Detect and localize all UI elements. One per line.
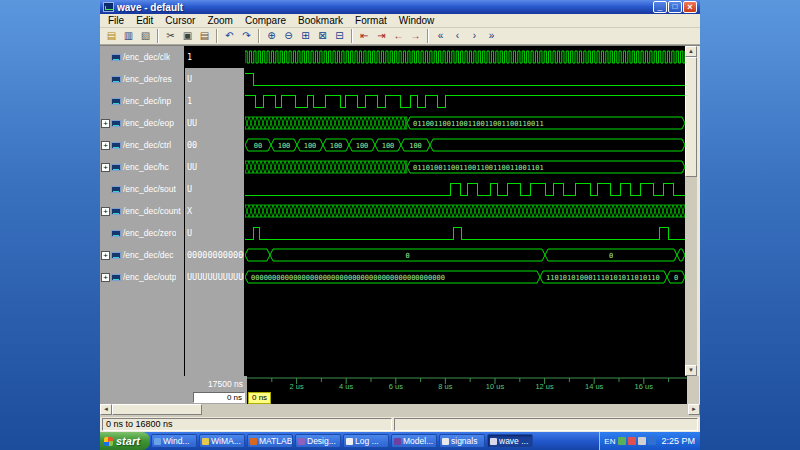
- paste-icon[interactable]: ▤: [196, 28, 213, 44]
- find-next-transition-icon[interactable]: ⇥: [373, 28, 390, 44]
- start-button[interactable]: start: [100, 432, 150, 450]
- scroll-left-icon[interactable]: ◄: [100, 404, 112, 415]
- signal-value[interactable]: U: [185, 178, 244, 200]
- cursor-track[interactable]: 0 ns: [247, 391, 687, 404]
- redo-icon[interactable]: ↷: [238, 28, 255, 44]
- zoom-in-icon[interactable]: ⊕: [263, 28, 280, 44]
- taskbar-task[interactable]: Desig...: [295, 434, 341, 448]
- tray-icon[interactable]: [648, 437, 656, 445]
- signal-icon: [111, 120, 121, 127]
- signal-row[interactable]: +/enc_dec/hc: [100, 156, 184, 178]
- svg-text:12 us: 12 us: [535, 382, 554, 391]
- expand-icon[interactable]: +: [101, 163, 110, 172]
- language-indicator[interactable]: EN: [604, 437, 615, 446]
- signal-row[interactable]: +/enc_dec/zero: [100, 222, 184, 244]
- signal-value[interactable]: 00: [185, 134, 244, 156]
- system-tray: EN 2:25 PM: [599, 432, 700, 450]
- signal-row[interactable]: +/enc_dec/sout: [100, 178, 184, 200]
- zoom-area-icon[interactable]: ⊞: [297, 28, 314, 44]
- menu-zoom[interactable]: Zoom: [201, 15, 239, 26]
- undo-icon[interactable]: ↶: [221, 28, 238, 44]
- cut-icon[interactable]: ✂: [162, 28, 179, 44]
- signal-row[interactable]: +/enc_dec/ctrl: [100, 134, 184, 156]
- signal-value[interactable]: U: [185, 222, 244, 244]
- signal-value[interactable]: UU: [185, 112, 244, 134]
- task-label: WiMA...: [211, 436, 241, 446]
- open-icon[interactable]: ▤: [103, 28, 120, 44]
- taskbar-task[interactable]: WiMA...: [199, 434, 245, 448]
- scroll-down-icon[interactable]: ▼: [685, 365, 697, 376]
- expand-icon[interactable]: +: [101, 141, 110, 150]
- horizontal-scrollbar[interactable]: ◄ ►: [100, 404, 700, 417]
- taskbar-task[interactable]: wave ...: [487, 434, 533, 448]
- signal-values-pane[interactable]: 1U1UU00UUUXU0000000000000000UUUUUUUUUUUU…: [185, 46, 245, 376]
- hscroll-thumb[interactable]: [112, 404, 202, 415]
- zoom-range-icon[interactable]: ⊟: [331, 28, 348, 44]
- svg-text:011010011001100110011001100110: 0110100110011001100110011001101: [413, 164, 544, 172]
- scroll-up-icon[interactable]: ▲: [685, 46, 697, 57]
- tray-icon[interactable]: [628, 437, 636, 445]
- print-icon[interactable]: ▧: [137, 28, 154, 44]
- signal-row[interactable]: +/enc_dec/eop: [100, 112, 184, 134]
- signal-value[interactable]: UU: [185, 156, 244, 178]
- cursor-time-cell[interactable]: 0 ns: [100, 391, 247, 404]
- find-prev-edge-icon[interactable]: ←: [390, 28, 407, 44]
- taskbar-task[interactable]: MATLAB: [247, 434, 293, 448]
- close-button[interactable]: ×: [683, 1, 697, 13]
- menu-file[interactable]: File: [102, 15, 130, 26]
- signal-row[interactable]: +/enc_dec/outp: [100, 266, 184, 288]
- signal-value[interactable]: UUUUUUUUUUUUUUUU: [185, 266, 244, 288]
- expand-icon[interactable]: +: [101, 251, 110, 260]
- goto-next-icon[interactable]: ›: [466, 28, 483, 44]
- signal-row[interactable]: +/enc_dec/dec: [100, 244, 184, 266]
- maximize-button[interactable]: □: [668, 1, 682, 13]
- signal-row[interactable]: +/enc_dec/count: [100, 200, 184, 222]
- svg-text:00: 00: [254, 142, 262, 150]
- signal-value[interactable]: 1: [185, 90, 244, 112]
- zoom-out-icon[interactable]: ⊖: [280, 28, 297, 44]
- vscroll-thumb[interactable]: [685, 57, 697, 177]
- expand-icon[interactable]: +: [101, 273, 110, 282]
- cursor-flag[interactable]: 0 ns: [248, 392, 271, 404]
- timeline-ruler[interactable]: 2 us4 us6 us8 us10 us12 us14 us16 us: [247, 376, 687, 391]
- taskbar-task[interactable]: signals: [439, 434, 485, 448]
- waveform-canvas[interactable]: 0110011001100110011001100110011001001001…: [245, 46, 685, 376]
- menu-bookmark[interactable]: Bookmark: [292, 15, 349, 26]
- expand-icon[interactable]: +: [101, 207, 110, 216]
- taskbar-task[interactable]: Model...: [391, 434, 437, 448]
- taskbar-task[interactable]: Wind...: [151, 434, 197, 448]
- cursor-time-box[interactable]: 0 ns: [193, 392, 245, 403]
- signal-value[interactable]: U: [185, 68, 244, 90]
- vertical-scrollbar[interactable]: ▲ ▼: [685, 46, 697, 376]
- minimize-button[interactable]: _: [653, 1, 667, 13]
- signal-value[interactable]: X: [185, 200, 244, 222]
- signal-value[interactable]: 1: [185, 46, 244, 68]
- expand-icon[interactable]: +: [101, 119, 110, 128]
- signal-row[interactable]: +/enc_dec/res: [100, 68, 184, 90]
- zoom-full-icon[interactable]: ⊠: [314, 28, 331, 44]
- copy-icon[interactable]: ▣: [179, 28, 196, 44]
- menu-compare[interactable]: Compare: [239, 15, 292, 26]
- signal-row[interactable]: +/enc_dec/clk: [100, 46, 184, 68]
- save-icon[interactable]: ▥: [120, 28, 137, 44]
- timeline-row: 17500 ns 2 us4 us6 us8 us10 us12 us14 us…: [100, 376, 700, 391]
- goto-prev-icon[interactable]: ‹: [449, 28, 466, 44]
- menu-edit[interactable]: Edit: [130, 15, 159, 26]
- find-prev-transition-icon[interactable]: ⇤: [356, 28, 373, 44]
- goto-first-icon[interactable]: «: [432, 28, 449, 44]
- titlebar[interactable]: wave - default _ □ ×: [100, 0, 700, 14]
- find-next-edge-icon[interactable]: →: [407, 28, 424, 44]
- hscroll-track[interactable]: [112, 404, 688, 417]
- signal-row[interactable]: +/enc_dec/inp: [100, 90, 184, 112]
- menu-cursor[interactable]: Cursor: [159, 15, 201, 26]
- scroll-right-icon[interactable]: ►: [688, 404, 700, 415]
- signal-value[interactable]: 0000000000000000: [185, 244, 244, 266]
- taskbar-task[interactable]: Log ...: [343, 434, 389, 448]
- menu-format[interactable]: Format: [349, 15, 393, 26]
- menu-window[interactable]: Window: [393, 15, 441, 26]
- signal-names-pane[interactable]: +/enc_dec/clk+/enc_dec/res+/enc_dec/inp+…: [100, 46, 185, 376]
- goto-last-icon[interactable]: »: [483, 28, 500, 44]
- signal-icon: [111, 208, 121, 215]
- tray-icon[interactable]: [618, 437, 626, 445]
- tray-icon[interactable]: [638, 437, 646, 445]
